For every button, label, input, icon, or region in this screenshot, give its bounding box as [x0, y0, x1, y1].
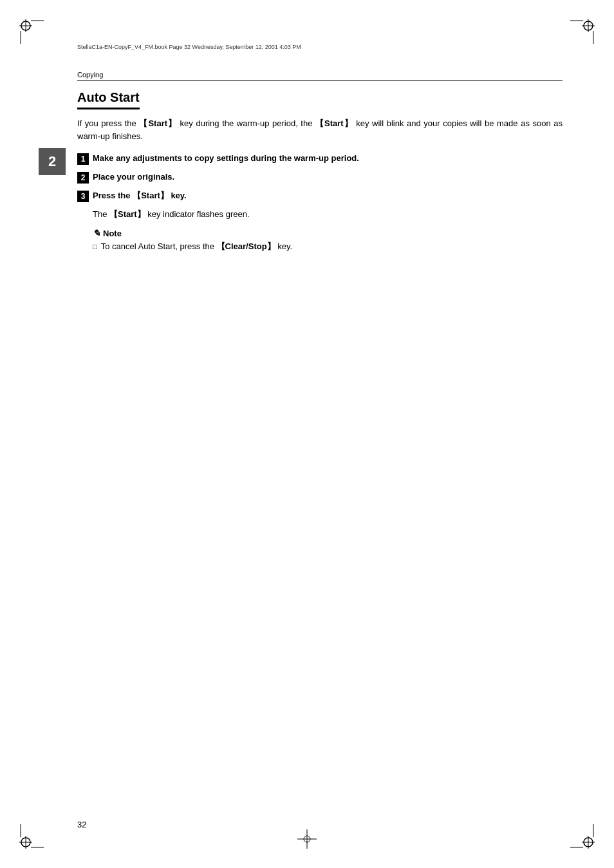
section-label: Copying	[77, 71, 103, 79]
step-2: 2 Place your originals.	[77, 171, 563, 184]
corner-mark-tr	[569, 19, 595, 45]
step-2-text: Place your originals.	[93, 171, 174, 183]
corner-mark-br	[569, 823, 595, 849]
note-item-1: □ To cancel Auto Start, press the 【Clear…	[93, 241, 563, 252]
note-label: Note	[103, 229, 122, 238]
step-1-number: 1	[77, 153, 89, 165]
step-1: 1 Make any adjustments to copy settings …	[77, 153, 563, 165]
step-3-number: 3	[77, 191, 89, 202]
note-icon: ✎	[93, 228, 100, 238]
step-3-text: Press the 【Start】 key.	[93, 190, 187, 202]
note-header: ✎ Note	[93, 228, 563, 238]
page-number: 32	[77, 820, 86, 829]
chapter-number: 2	[39, 148, 66, 175]
intro-paragraph: If you press the 【Start】 key during the …	[77, 117, 563, 142]
step-3: 3 Press the 【Start】 key.	[77, 190, 563, 202]
corner-mark-tl	[19, 19, 45, 45]
corner-mark-bl	[19, 823, 45, 849]
main-content: Auto Start If you press the 【Start】 key …	[77, 90, 563, 252]
step-2-number: 2	[77, 172, 89, 184]
center-bottom-mark	[297, 829, 317, 849]
section-title: Auto Start	[77, 90, 140, 109]
step-1-text: Make any adjustments to copy settings du…	[93, 153, 359, 164]
step-3-sub: The 【Start】 key indicator flashes green.	[93, 209, 563, 220]
header-file-info: StellaC1a-EN-CopyF_V4_FM.book Page 32 We…	[77, 44, 301, 50]
note-text-1: To cancel Auto Start, press the 【Clear/S…	[101, 241, 292, 252]
section-rule	[77, 80, 563, 81]
note-bullet: □	[93, 242, 97, 252]
note-section: ✎ Note □ To cancel Auto Start, press the…	[93, 228, 563, 252]
